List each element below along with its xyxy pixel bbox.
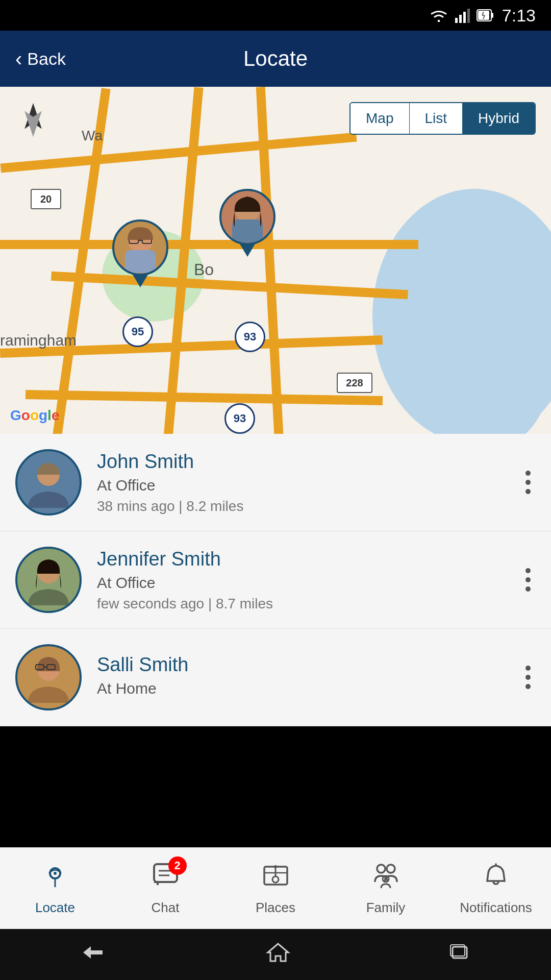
bottom-navigation: Locate 2 Chat Places: [0, 847, 551, 929]
android-back-btn[interactable]: [78, 942, 109, 967]
svg-rect-5: [491, 13, 493, 18]
svg-rect-0: [455, 18, 458, 23]
nav-item-notifications[interactable]: Notifications: [441, 862, 551, 916]
map-view-map-btn[interactable]: Map: [350, 103, 409, 134]
dot-8: [525, 675, 531, 680]
back-button[interactable]: ‹ Back: [15, 47, 66, 70]
jennifer-time: few seconds ago | 8.7 miles: [97, 596, 520, 612]
map-view-list-btn[interactable]: List: [410, 103, 463, 134]
svg-rect-11: [125, 250, 156, 273]
place-wa: Wa: [82, 128, 103, 144]
jennifer-location: At Office: [97, 574, 520, 592]
road-h2: [0, 240, 418, 249]
svg-point-37: [387, 865, 395, 873]
nav-item-family[interactable]: Family: [331, 862, 441, 916]
jennifer-menu-btn[interactable]: [520, 563, 536, 597]
jennifer-info: Jennifer Smith At Office few seconds ago…: [97, 548, 520, 612]
svg-rect-16: [232, 219, 263, 242]
john-location: At Office: [97, 477, 520, 494]
nav-item-chat[interactable]: 2 Chat: [110, 862, 220, 916]
person-item-john[interactable]: John Smith At Office 38 mins ago | 8.2 m…: [0, 434, 551, 531]
location-arrow-icon[interactable]: [15, 102, 51, 144]
svg-rect-3: [467, 9, 470, 23]
pin-avatar-jennifer: [219, 189, 276, 245]
salli-name: Salli Smith: [97, 654, 520, 676]
pin-avatar-salli: [112, 219, 168, 276]
route-228: 228: [337, 373, 372, 393]
avatar-salli: [15, 644, 82, 710]
dot-5: [525, 577, 531, 582]
pin-tail-salli: [133, 275, 148, 287]
android-home-btn[interactable]: [265, 940, 291, 970]
avatar-jennifer: [15, 547, 82, 613]
map-pin-jennifer[interactable]: [219, 189, 276, 257]
places-label: Places: [256, 900, 295, 916]
back-arrow-icon: ‹: [15, 47, 22, 70]
map-view-toggle: Map List Hybrid: [349, 102, 536, 135]
john-menu-btn[interactable]: [520, 465, 536, 499]
john-time: 38 mins ago | 8.2 miles: [97, 498, 520, 514]
interstate-93: 93: [235, 322, 265, 352]
family-label: Family: [366, 900, 406, 916]
map-pin-salli[interactable]: [112, 219, 168, 287]
dot-7: [525, 666, 531, 671]
status-icons: [429, 8, 494, 23]
john-name: John Smith: [97, 451, 520, 473]
route-20: 20: [31, 189, 61, 209]
chat-label: Chat: [152, 900, 180, 916]
svg-point-34: [272, 876, 279, 883]
avatar-john: [15, 449, 82, 516]
status-bar: 7:13: [0, 0, 551, 31]
svg-point-36: [377, 865, 385, 873]
family-icon: [372, 862, 400, 896]
page-title: Locate: [243, 46, 308, 71]
android-nav-bar: [0, 929, 551, 980]
notifications-icon: [482, 862, 510, 896]
pin-tail-jennifer: [240, 244, 255, 257]
nav-item-places[interactable]: Places: [220, 862, 331, 916]
jennifer-name: Jennifer Smith: [97, 548, 520, 570]
places-icon: [262, 862, 290, 896]
water-area-2: [449, 291, 551, 434]
nav-item-locate[interactable]: Locate: [0, 862, 110, 916]
map-background: 95 93 93 20 228 Wa Bo ramingham: [0, 87, 551, 434]
dot-1: [525, 471, 531, 476]
status-time: 7:13: [502, 6, 536, 26]
android-recents-btn[interactable]: [447, 940, 473, 970]
google-logo: Google: [10, 407, 59, 424]
road-h5: [26, 390, 383, 405]
person-list: John Smith At Office 38 mins ago | 8.2 m…: [0, 434, 551, 726]
salli-menu-btn[interactable]: [520, 660, 536, 694]
dot-2: [525, 480, 531, 485]
app-header: ‹ Back Locate: [0, 31, 551, 87]
road-h1: [1, 133, 357, 173]
interstate-93b: 93: [224, 403, 255, 434]
salli-location: At Home: [97, 680, 520, 697]
signal-icon: [455, 8, 470, 23]
interstate-95: 95: [122, 316, 153, 347]
locate-label: Locate: [35, 900, 75, 916]
back-label: Back: [27, 49, 66, 69]
place-bo: Bo: [194, 260, 214, 279]
svg-rect-2: [463, 12, 466, 23]
locate-icon: [41, 862, 69, 896]
dot-4: [525, 568, 531, 573]
salli-info: Salli Smith At Home: [97, 654, 520, 701]
dot-6: [525, 586, 531, 592]
place-framingham: ramingham: [0, 332, 77, 349]
battery-icon: [477, 8, 494, 23]
john-info: John Smith At Office 38 mins ago | 8.2 m…: [97, 451, 520, 514]
notifications-label: Notifications: [460, 900, 532, 916]
svg-rect-1: [459, 15, 462, 23]
map-view-hybrid-btn[interactable]: Hybrid: [463, 103, 535, 134]
dot-3: [525, 489, 531, 494]
person-item-jennifer[interactable]: Jennifer Smith At Office few seconds ago…: [0, 531, 551, 629]
svg-point-35: [274, 865, 277, 868]
wifi-icon: [429, 8, 449, 23]
chat-badge: 2: [168, 856, 187, 875]
svg-point-29: [54, 872, 57, 875]
chat-icon: 2: [152, 862, 180, 896]
map-container[interactable]: 95 93 93 20 228 Wa Bo ramingham: [0, 87, 551, 434]
person-item-salli[interactable]: Salli Smith At Home: [0, 629, 551, 726]
dot-9: [525, 684, 531, 689]
